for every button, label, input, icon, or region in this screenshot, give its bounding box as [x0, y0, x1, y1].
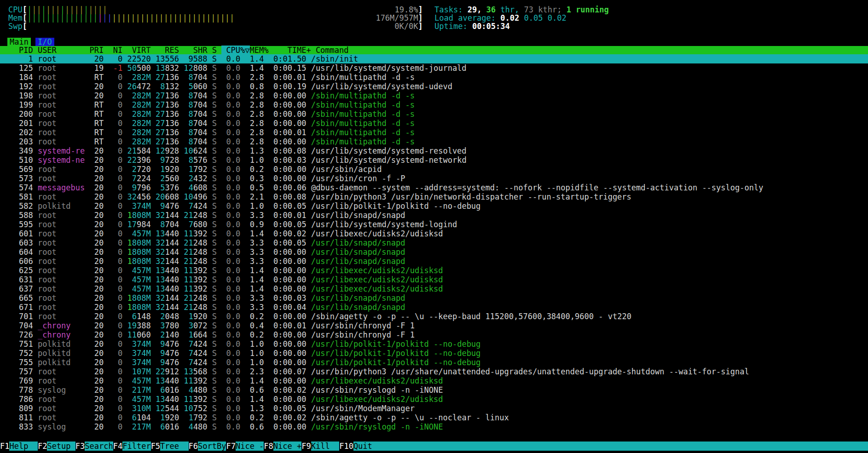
process-row[interactable]: 581 root 20 0 32456 20608 10496 S 0.0 2.… [0, 192, 868, 201]
cell-cpu-percent: 0.0 [217, 73, 240, 82]
fkey-label-f1[interactable]: Help [9, 442, 37, 451]
process-row[interactable]: 631 root 20 0 457M 13440 11392 S 0.0 1.4… [0, 275, 868, 284]
process-row[interactable]: 809 root 20 0 310M 12544 10752 S 0.0 1.3… [0, 404, 868, 413]
fkey-f7[interactable]: F7 [226, 442, 235, 451]
process-row[interactable]: 125 root 19 -1 50500 13832 12808 S 0.0 1… [0, 63, 868, 73]
cell-state: S [212, 385, 217, 395]
cell-command: @dbus-daemon --system --address=systemd:… [311, 183, 764, 192]
process-row[interactable]: 203 root RT 0 282M 27136 8704 S 0.0 2.8 … [0, 137, 868, 146]
cell-command: /sbin/multipathd -d -s [311, 100, 415, 109]
cell-cpu-percent: 0.0 [217, 266, 240, 275]
process-row[interactable]: 569 root 20 0 2720 1920 1792 S 0.0 0.2 0… [0, 165, 868, 174]
process-row[interactable]: 349 systemd-re 20 0 21584 12928 10624 S … [0, 146, 868, 155]
process-row[interactable]: 637 root 20 0 457M 13440 11392 S 0.0 1.4… [0, 284, 868, 293]
process-row[interactable]: 833 syslog 20 0 217M 6016 4480 S 0.0 0.6… [0, 422, 868, 431]
cell-pid: 751 [0, 339, 33, 349]
cell-nice: 0 [108, 174, 122, 183]
process-row[interactable]: 757 root 20 0 107M 22912 13568 S 0.0 2.3… [0, 367, 868, 376]
cell-pid: 1 [0, 54, 33, 63]
process-row[interactable]: 604 root 20 0 1808M 32144 21248 S 0.0 3.… [0, 247, 868, 257]
cell-command: /sbin/multipathd -d -s [311, 119, 415, 128]
fkey-label-f4[interactable]: Filter [122, 442, 150, 451]
meter-open-bracket: [ [23, 22, 27, 31]
cell-user: polkitd [38, 201, 85, 211]
htop-terminal: CPU[||||||||||||||||| 19.8%] Mem[|||||||… [0, 0, 868, 453]
meter-pipes: | [98, 13, 103, 23]
fkey-f6[interactable]: F6 [189, 442, 198, 451]
process-row[interactable]: 199 root RT 0 282M 27136 8704 S 0.0 2.8 … [0, 100, 868, 109]
process-row[interactable]: 595 root 20 0 17984 8704 7680 S 0.0 0.9 … [0, 220, 868, 229]
process-row[interactable]: 811 root 20 0 6104 1920 1792 S 0.0 0.2 0… [0, 413, 868, 422]
process-row[interactable]: 625 root 20 0 457M 13440 11392 S 0.0 1.4… [0, 266, 868, 275]
meter-close-bracket: ] [418, 22, 422, 31]
fkey-label-f9[interactable]: Kill [311, 442, 339, 451]
fkey-f4[interactable]: F4 [113, 442, 122, 451]
process-row[interactable]: 201 root RT 0 282M 27136 8704 S 0.0 2.8 … [0, 119, 868, 128]
col-header-cpu-sorted[interactable]: CPU%▽ [221, 46, 249, 55]
cell-cpu-percent: 0.0 [217, 349, 240, 358]
process-row[interactable]: 769 root 20 0 457M 13440 11392 S 0.0 1.4… [0, 376, 868, 385]
process-row[interactable]: 510 systemd-ne 20 0 22396 9728 8576 S 0.… [0, 155, 868, 165]
fkey-label-f3[interactable]: Search [85, 442, 113, 451]
cell-priority: 20 [90, 201, 104, 211]
cell-time: 0:00.00 [269, 257, 307, 266]
cell-pid: 769 [0, 376, 33, 385]
cell-time: 0:00.06 [269, 183, 307, 192]
meter-pipes: | [41, 5, 46, 14]
process-row[interactable]: 573 root 20 0 7224 2560 2432 S 0.0 0.3 0… [0, 174, 868, 183]
process-row[interactable]: 755 polkitd 20 0 374M 9476 7424 S 0.0 1.… [0, 358, 868, 367]
cell-user: root [38, 119, 85, 128]
process-row[interactable]: 786 root 20 0 457M 13440 11392 S 0.0 1.4… [0, 395, 868, 404]
process-row[interactable]: 752 polkitd 20 0 374M 9476 7424 S 0.0 1.… [0, 349, 868, 358]
stat-text: thr, [496, 5, 524, 14]
fkey-label-f7[interactable]: Nice - [236, 442, 264, 451]
fkey-f5[interactable]: F5 [151, 442, 160, 451]
process-row[interactable]: 192 root 20 0 26472 8132 5060 S 0.0 0.8 … [0, 82, 868, 91]
fkey-label-f10[interactable]: Quit [353, 442, 372, 451]
cell-cpu-percent: 0.0 [217, 100, 240, 109]
cell-cpu-percent: 0.0 [217, 303, 240, 312]
process-row[interactable]: 198 root 20 0 282M 27136 8704 S 0.0 2.8 … [0, 91, 868, 100]
fkey-f1[interactable]: F1 [0, 442, 9, 451]
process-row[interactable]: 184 root RT 0 282M 27136 8704 S 0.0 2.8 … [0, 73, 868, 82]
fkey-label-f6[interactable]: SortBy [198, 442, 226, 451]
fkey-f8[interactable]: F8 [264, 442, 273, 451]
process-row[interactable]: 665 root 20 0 1808M 32144 21248 S 0.0 3.… [0, 293, 868, 303]
process-table-header[interactable]: PID USER PRI NI VIRT RES SHR S CPU%▽MEM%… [0, 46, 868, 54]
process-row[interactable]: 588 root 20 0 1808M 32144 21248 S 0.0 3.… [0, 211, 868, 220]
meters-panel: CPU[||||||||||||||||| 19.8%] Mem[|||||||… [8, 6, 423, 30]
tab-io[interactable]: I/O [35, 38, 54, 46]
process-row[interactable]: 574 messagebus 20 0 9796 5376 4608 S 0.0… [0, 183, 868, 192]
cell-mem-percent: 2.1 [245, 192, 264, 201]
process-row[interactable]: 704 _chrony 20 0 19388 3780 3072 S 0.0 0… [0, 321, 868, 330]
cell-command: /usr/lib/snapd/snapd [311, 247, 405, 257]
tab-main[interactable]: Main [7, 38, 31, 46]
meter-close-bracket: ] [418, 5, 423, 14]
process-row[interactable]: 606 root 20 0 1808M 32144 21248 S 0.0 3.… [0, 257, 868, 266]
cell-priority: 20 [90, 293, 104, 303]
fkey-label-f8[interactable]: Nice + [273, 442, 301, 451]
process-row[interactable]: 726 _chrony 20 0 11060 2140 1664 S 0.0 0… [0, 330, 868, 339]
fkey-f3[interactable]: F3 [75, 442, 85, 451]
process-row[interactable]: 601 root 20 0 457M 13440 11392 S 0.0 1.4… [0, 229, 868, 238]
process-row[interactable]: 778 syslog 20 0 217M 6016 4480 S 0.0 0.6… [0, 385, 868, 395]
fkey-f10[interactable]: F10 [339, 442, 353, 451]
cell-state: S [212, 146, 217, 155]
process-row[interactable]: 701 root 20 0 6148 2048 1920 S 0.0 0.2 0… [0, 312, 868, 321]
fkey-label-f5[interactable]: Tree [160, 442, 188, 451]
fkey-f9[interactable]: F9 [301, 442, 311, 451]
process-row[interactable]: 200 root RT 0 282M 27136 8704 S 0.0 2.8 … [0, 109, 868, 119]
fkey-f2[interactable]: F2 [38, 442, 47, 451]
process-row[interactable]: 1 root 20 0 22520 13556 9588 S 0.0 1.4 0… [0, 54, 868, 63]
cell-user: root [38, 367, 85, 376]
cell-command: /sbin/init [311, 54, 358, 63]
process-row[interactable]: 202 root RT 0 282M 27136 8704 S 0.0 2.8 … [0, 128, 868, 137]
process-row[interactable]: 603 root 20 0 1808M 32144 21248 S 0.0 3.… [0, 238, 868, 247]
cell-cpu-percent: 0.0 [217, 358, 240, 367]
process-row[interactable]: 751 polkitd 20 0 374M 9476 7424 S 0.0 1.… [0, 339, 868, 349]
fkey-label-f2[interactable]: Setup [47, 442, 75, 451]
cell-cpu-percent: 0.0 [217, 238, 240, 247]
process-row[interactable]: 582 polkitd 20 0 374M 9476 7424 S 0.0 1.… [0, 201, 868, 211]
cell-cpu-percent: 0.0 [217, 165, 240, 174]
process-row[interactable]: 671 root 20 0 1808M 32144 21248 S 0.0 3.… [0, 303, 868, 312]
